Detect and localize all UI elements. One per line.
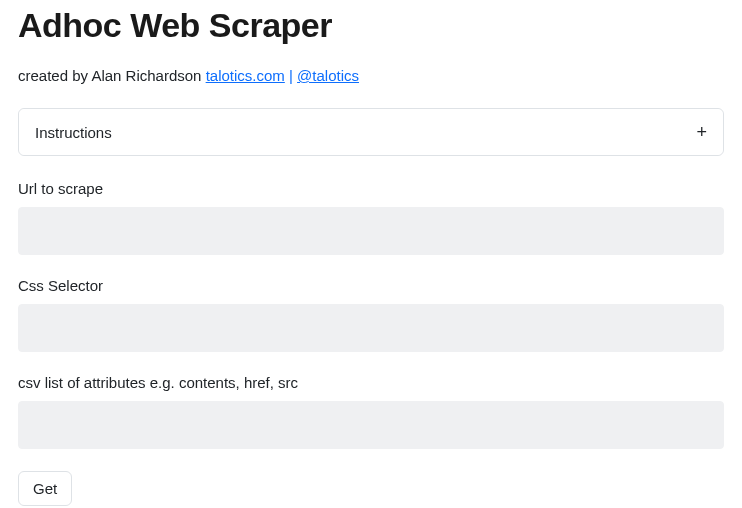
instructions-accordion: Instructions + [18, 108, 724, 156]
css-selector-label: Css Selector [18, 277, 724, 294]
page-title: Adhoc Web Scraper [18, 6, 724, 45]
instructions-toggle[interactable]: Instructions + [19, 109, 723, 155]
attributes-input[interactable] [18, 401, 724, 449]
get-button[interactable]: Get [18, 471, 72, 506]
url-label: Url to scrape [18, 180, 724, 197]
talotics-link[interactable]: talotics.com [206, 67, 285, 84]
byline: created by Alan Richardson talotics.com … [18, 67, 724, 84]
byline-separator: | [285, 67, 297, 84]
attributes-label: csv list of attributes e.g. contents, hr… [18, 374, 724, 391]
twitter-link[interactable]: @talotics [297, 67, 359, 84]
accordion-label: Instructions [35, 124, 112, 141]
plus-icon: + [696, 123, 707, 141]
css-selector-input[interactable] [18, 304, 724, 352]
byline-prefix: created by Alan Richardson [18, 67, 206, 84]
url-input[interactable] [18, 207, 724, 255]
